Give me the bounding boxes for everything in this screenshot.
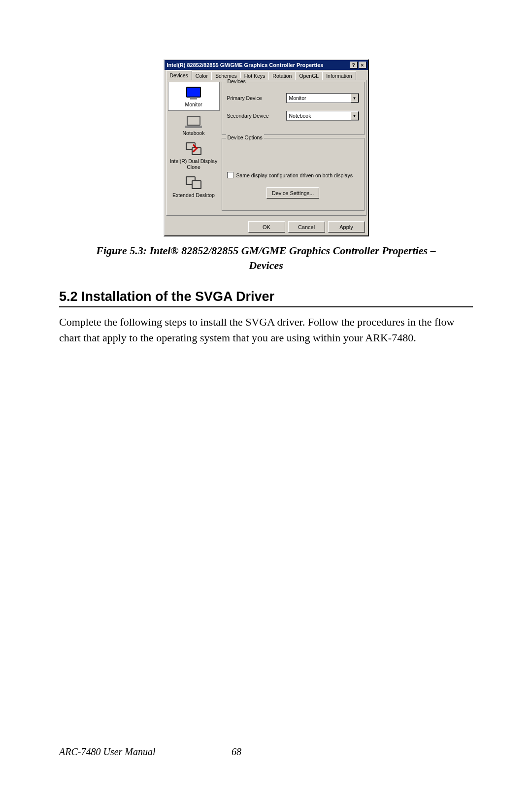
options-groupbox: Device Options Same display configuratio… <box>222 138 365 211</box>
chevron-down-icon: ▼ <box>351 94 359 102</box>
sidebar-item-extended[interactable]: Extended Desktop <box>168 173 220 201</box>
same-config-checkbox[interactable] <box>227 172 233 178</box>
monitor-icon <box>185 85 202 99</box>
figure-caption: Figure 5.3: Intel® 82852/82855 GM/GME Gr… <box>79 243 453 272</box>
primary-value: Monitor <box>289 95 306 101</box>
cancel-button[interactable]: Cancel <box>288 221 325 232</box>
secondary-value: Notebook <box>289 113 311 119</box>
page-number: 68 <box>232 746 241 758</box>
dialog-title: Intel(R) 82852/82855 GM/GME Graphics Con… <box>167 62 349 68</box>
tab-rotation[interactable]: Rotation <box>268 71 296 80</box>
notebook-icon <box>185 114 202 128</box>
tab-color[interactable]: Color <box>192 71 212 80</box>
ok-button[interactable]: OK <box>248 221 285 232</box>
same-config-label: Same display configuration driven on bot… <box>236 172 353 178</box>
tab-information[interactable]: Information <box>322 71 356 80</box>
body-paragraph: Complete the following steps to install … <box>59 314 473 345</box>
apply-button[interactable]: Apply <box>328 221 365 232</box>
devices-legend: Devices <box>226 78 247 84</box>
tab-opengl[interactable]: OpenGL <box>295 71 323 80</box>
device-settings-button[interactable]: Device Settings... <box>266 187 320 199</box>
sidebar-label-notebook: Notebook <box>183 130 205 136</box>
close-button[interactable]: × <box>359 62 366 68</box>
sidebar-item-clone[interactable]: Intel(R) Dual Display Clone <box>168 139 220 173</box>
tab-panel: Monitor Notebook Intel(R) Dual Display C… <box>166 80 366 216</box>
tab-devices[interactable]: Devices <box>166 70 192 80</box>
properties-dialog: Intel(R) 82852/82855 GM/GME Graphics Con… <box>164 59 369 236</box>
extended-icon <box>185 176 202 190</box>
secondary-select[interactable]: Notebook ▼ <box>286 111 359 121</box>
sidebar-label-extended: Extended Desktop <box>172 192 215 198</box>
chevron-down-icon: ▼ <box>351 111 359 120</box>
help-button[interactable]: ? <box>350 62 358 68</box>
primary-select[interactable]: Monitor ▼ <box>286 93 359 103</box>
options-legend: Device Options <box>226 134 264 140</box>
device-sidebar: Monitor Notebook Intel(R) Dual Display C… <box>168 82 220 214</box>
devices-groupbox: Devices Primary Device Monitor ▼ Seconda… <box>222 82 365 135</box>
sidebar-label-clone: Intel(R) Dual Display Clone <box>169 158 219 170</box>
main-area: Devices Primary Device Monitor ▼ Seconda… <box>222 82 365 214</box>
sidebar-item-monitor[interactable]: Monitor <box>168 82 220 111</box>
section-heading: 5.2 Installation of the SVGA Driver <box>59 289 473 307</box>
page-footer: ARC-7480 User Manual 68 <box>59 746 473 758</box>
titlebar: Intel(R) 82852/82855 GM/GME Graphics Con… <box>165 60 368 70</box>
clone-icon <box>185 142 202 156</box>
secondary-label: Secondary Device <box>227 113 286 119</box>
sidebar-item-notebook[interactable]: Notebook <box>168 111 220 139</box>
dialog-footer: OK Cancel Apply <box>165 217 368 235</box>
tab-strip: Devices Color Schemes Hot Keys Rotation … <box>165 70 368 80</box>
manual-name: ARC-7480 User Manual <box>59 746 232 758</box>
sidebar-label-monitor: Monitor <box>185 101 202 107</box>
primary-label: Primary Device <box>227 95 286 101</box>
